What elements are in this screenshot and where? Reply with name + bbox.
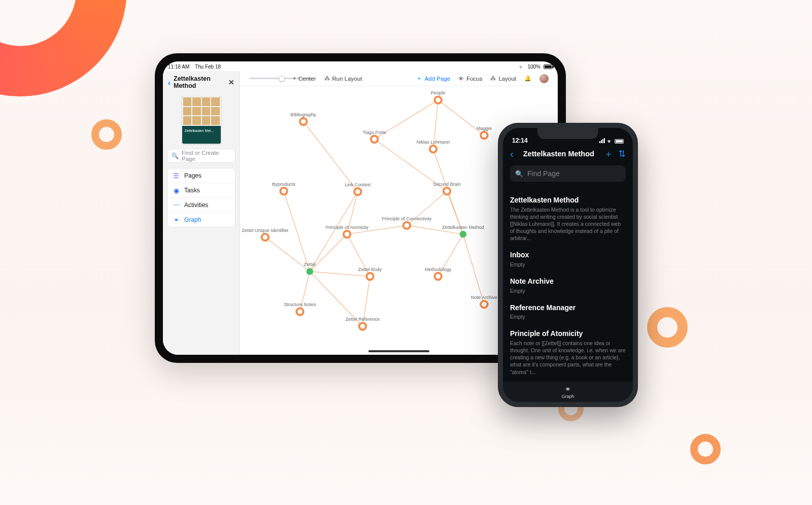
nav-label: Tasks	[184, 187, 200, 194]
layout-button[interactable]: ⁂ Layout	[486, 75, 520, 82]
svg-text:Maggie: Maggie	[477, 126, 492, 131]
graph-node[interactable]: Methodology	[425, 267, 452, 280]
graph-node[interactable]: Zettelkasten Method	[442, 225, 484, 237]
page-list-item[interactable]: InboxEmpty	[510, 247, 626, 273]
graph-node[interactable]: Niklas Luhmann	[417, 140, 450, 152]
stage: 11:18 AM Thu Feb 18 ᯤ 100% ‹ Zettelkaste…	[0, 0, 812, 505]
user-avatar[interactable]	[535, 74, 553, 83]
header-title: Zettelkasten Method	[519, 150, 599, 158]
decorative-ring-large	[0, 0, 127, 96]
svg-point-34	[354, 188, 361, 195]
add-page-label: Add Page	[425, 76, 451, 82]
svg-point-56	[359, 323, 366, 330]
focus-label: Focus	[466, 76, 482, 82]
graph-tab-label[interactable]: Graph	[561, 394, 574, 399]
add-page-button[interactable]: ＋ Add Page	[412, 75, 455, 82]
page-list-item[interactable]: Note ArchiveEmpty	[510, 273, 626, 299]
graph-icon[interactable]: ⚭	[565, 385, 571, 393]
ipad-sidebar: ‹ Zettelkasten Method ✕ Zettelkasten Met…	[163, 71, 240, 355]
svg-point-40	[344, 231, 351, 238]
page-list-item[interactable]: Reference ManagerEmpty	[510, 299, 626, 326]
close-icon[interactable]: ✕	[228, 78, 234, 86]
page-list-item[interactable]: Principle of AtomicityEach note or [[Zet…	[510, 325, 626, 380]
svg-text:Principle of Connectivity: Principle of Connectivity	[382, 216, 432, 221]
graph-node[interactable]: Principle of Atomicity	[325, 225, 368, 238]
nav-tasks[interactable]: ◉ Tasks	[167, 183, 235, 198]
iphone-time: 12:14	[512, 137, 528, 144]
graph-node[interactable]: Zettel Body	[358, 267, 382, 280]
page-title: Zettelkasten Method	[510, 196, 626, 205]
center-label: Center	[298, 76, 316, 82]
graph-node[interactable]: Zettel Reference	[346, 317, 380, 329]
decorative-ring-2	[647, 307, 688, 348]
svg-point-22	[300, 118, 307, 125]
svg-text:Second Brain: Second Brain	[433, 182, 461, 187]
svg-text:Zettel Body: Zettel Body	[358, 267, 382, 272]
back-icon[interactable]: ‹	[168, 78, 171, 87]
battery-icon	[544, 64, 553, 69]
graph-node[interactable]: Structure Notes	[284, 302, 316, 315]
wifi-icon: ᯤ	[607, 139, 613, 144]
svg-text:Structure Notes: Structure Notes	[284, 302, 316, 307]
svg-line-0	[303, 122, 358, 192]
notifications-button[interactable]: 🔔	[520, 75, 535, 82]
graph-node[interactable]: Tiago Forte	[362, 130, 386, 143]
back-icon[interactable]: ‹	[510, 148, 514, 160]
nav-activities[interactable]: 〰 Activities	[167, 198, 235, 213]
center-button[interactable]: ⌖ Center	[289, 75, 320, 82]
graph-node[interactable]: Link Context	[345, 182, 370, 195]
graph-node[interactable]: People	[431, 90, 446, 103]
svg-point-26	[371, 136, 378, 143]
run-layout-button[interactable]: ⁂ Run Layout	[320, 75, 366, 82]
iphone-search[interactable]: 🔍 Find Page	[510, 165, 626, 182]
zoom-slider[interactable]	[245, 76, 289, 82]
page-desc: Empty	[510, 287, 626, 294]
nav-label: Activities	[184, 201, 208, 209]
battery-icon	[615, 139, 624, 144]
graph-node[interactable]: Principle of Connectivity	[382, 216, 432, 229]
decorative-ring-1	[91, 119, 122, 150]
sidebar-search[interactable]: 🔍 Find or Create Page	[167, 149, 235, 163]
iphone-page-list[interactable]: Zettelkasten MethodThe Zettelkasten Meth…	[503, 192, 633, 382]
svg-text:Bibliography: Bibliography	[291, 112, 317, 117]
focus-button[interactable]: 👁 Focus	[454, 76, 486, 82]
add-button[interactable]: ＋	[604, 148, 613, 160]
svg-line-17	[310, 272, 370, 277]
page-desc: Each note or [[Zettel]] contains one ide…	[510, 340, 626, 376]
graph-node[interactable]: Second Brain	[433, 182, 461, 194]
svg-point-24	[434, 96, 442, 104]
sort-button[interactable]: ⇅	[618, 148, 626, 159]
page-desc: Empty	[510, 261, 626, 268]
svg-text:Note Archive: Note Archive	[471, 295, 497, 300]
svg-point-42	[403, 222, 411, 229]
graph-node[interactable]: Maggie	[477, 126, 492, 139]
notebook-thumbnail[interactable]: Zettelkasten Met...	[182, 96, 221, 144]
svg-point-38	[262, 234, 269, 241]
svg-text:Tiago Forte: Tiago Forte	[362, 130, 386, 135]
iphone-screen: 12:14 ᯤ ‹ Zettelkasten Method ＋ ⇅ 🔍 Find…	[503, 128, 633, 402]
list-icon: ☰	[173, 172, 180, 179]
avatar-icon	[539, 74, 549, 83]
graph-node[interactable]: Byproducts	[272, 182, 295, 194]
graph-node[interactable]: Zettel Unique Identifier	[242, 228, 288, 241]
graph-node[interactable]: Bibliography	[291, 112, 317, 125]
target-icon: ⌖	[293, 75, 296, 82]
signal-icon	[599, 138, 605, 144]
page-list-item[interactable]: Zettelkasten MethodThe Zettelkasten Meth…	[510, 192, 626, 247]
layout-label: Layout	[498, 76, 516, 82]
svg-point-48	[366, 273, 374, 280]
svg-text:Niklas Luhmann: Niklas Luhmann	[417, 140, 450, 145]
svg-line-9	[310, 192, 358, 272]
page-title: Note Archive	[510, 277, 626, 286]
graph-node[interactable]: Note Archive	[471, 295, 497, 308]
nav-graph[interactable]: ⚭ Graph	[167, 213, 235, 227]
nav-pages[interactable]: ☰ Pages	[167, 169, 235, 183]
svg-point-28	[430, 146, 437, 153]
wifi-icon: ᯤ	[519, 64, 524, 70]
ipad-status-bar: 11:18 AM Thu Feb 18 ᯤ 100%	[163, 61, 558, 71]
svg-text:People: People	[431, 90, 446, 95]
nodes-icon: ⁂	[324, 75, 330, 82]
svg-text:Zettelkasten Method: Zettelkasten Method	[442, 225, 484, 230]
thumbnail-caption: Zettelkasten Met...	[182, 126, 221, 132]
svg-point-50	[434, 273, 442, 280]
